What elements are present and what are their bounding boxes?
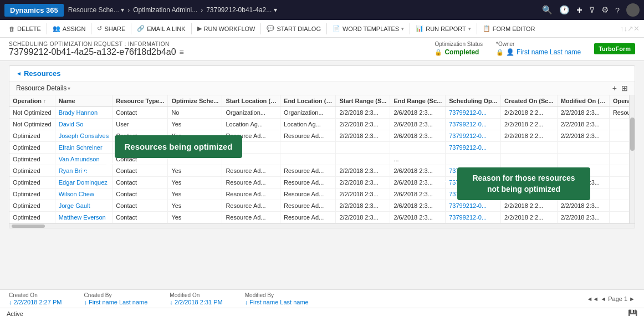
col-start-range[interactable]: Start Range (S... <box>336 95 390 107</box>
col-resource-type[interactable]: Resource Type... <box>113 95 168 107</box>
breadcrumb-item-1[interactable]: Resource Sche... ▾ <box>68 6 124 14</box>
nav-expand-arrow[interactable]: ↗ <box>627 24 633 33</box>
table-cell[interactable]: Edgar Dominquez <box>55 177 113 188</box>
start-dialog-button[interactable]: 💬 START DIALOG <box>262 23 325 34</box>
email-link-button[interactable]: 🔗 EMAIL A LINK <box>132 23 190 34</box>
table-cell: Contact <box>113 200 168 212</box>
col-scheduling-op[interactable]: Scheduling Op... <box>446 95 501 107</box>
table-cell[interactable]: 73799212-0... <box>446 119 501 130</box>
cell-link[interactable]: Wilson Chew <box>59 191 94 197</box>
save-icon[interactable]: 💾 <box>628 309 637 316</box>
nav-close-arrow[interactable]: ✕ <box>633 24 640 33</box>
resources-section-title: ◄ Resources <box>9 66 635 81</box>
cell-link[interactable]: Brady Hannon <box>59 109 98 116</box>
footer-created-by-value[interactable]: ↓ First name Last name <box>84 299 147 305</box>
table-row: OptimizedJoseph GonsalvesContactYesResou… <box>9 130 635 142</box>
table-cell[interactable]: 73799212-0... <box>446 200 501 212</box>
cell-link[interactable]: 73799212-0... <box>449 202 487 209</box>
user-avatar[interactable] <box>626 3 640 17</box>
brand-logo[interactable]: Dynamics 365 <box>4 4 64 17</box>
turboform-button[interactable]: TurboForm <box>594 43 635 54</box>
cell-link[interactable]: 73799212-0... <box>449 214 487 221</box>
cell-link[interactable]: Efrain Schreiner <box>59 144 103 151</box>
assign-button[interactable]: 👥 ASSIGN <box>48 23 90 34</box>
section-collapse-arrow[interactable]: ◄ <box>16 70 22 77</box>
workflow-icon: ▶ <box>197 25 202 32</box>
share-button[interactable]: ↺ SHARE <box>93 23 130 34</box>
table-wrapper[interactable]: Operation ↑ Name Resource Type... Optimi… <box>9 95 635 223</box>
col-end-location[interactable]: End Location (… <box>280 95 336 107</box>
cell-link[interactable]: Joseph Gonsalves <box>59 132 109 139</box>
grid-view-button[interactable]: ⊞ <box>621 84 628 93</box>
add-record-button[interactable]: + <box>612 84 617 93</box>
owner-lock-icon: 🔒 <box>496 49 504 56</box>
main-content: ◄ Resources Resource Details ▾ + ⊞ Ope <box>0 61 644 289</box>
help-icon[interactable]: ? <box>615 6 620 15</box>
table-cell[interactable]: Jorge Gault <box>55 200 113 212</box>
table-cell: Resource Ad... <box>280 212 336 223</box>
table-cell[interactable]: Wilson Chew <box>55 188 113 200</box>
top-navigation: Dynamics 365 Resource Sche... ▾ › Optimi… <box>0 0 644 20</box>
vertical-scrollbar[interactable] <box>629 95 635 223</box>
col-optimize[interactable]: Optimize Sche... <box>168 95 222 107</box>
table-cell: 2/2/2018 2:3... <box>336 130 390 142</box>
delete-icon: 🗑 <box>9 26 15 32</box>
record-id: 73799212-0b41-4a25-a132-e76f18d2b4a0 ≡ <box>9 47 184 57</box>
col-operation[interactable]: Operation ↑ <box>9 95 55 107</box>
table-cell: Optimized <box>9 212 55 223</box>
col-created-on[interactable]: Created On (Sc... <box>501 95 558 107</box>
table-cell[interactable]: 73799212-0... <box>446 130 501 142</box>
cell-link[interactable]: Jorge Gault <box>59 202 90 209</box>
dialog-icon: 💬 <box>267 25 274 32</box>
record-id-icon[interactable]: ≡ <box>180 48 184 57</box>
owner-link[interactable]: First name Last name <box>517 48 581 56</box>
table-cell[interactable]: 73799212-0... <box>446 142 501 154</box>
email-icon: 🔗 <box>137 25 145 32</box>
cell-link[interactable]: 73799212-0... <box>449 132 487 139</box>
table-cell: 2/2/2018 2:2... <box>501 130 558 142</box>
table-cell[interactable]: Joseph Gonsalves <box>55 130 113 142</box>
resource-details-dropdown[interactable]: Resource Details ▾ <box>16 84 70 92</box>
h-scrollbar-thumb[interactable] <box>12 225 45 228</box>
cell-link[interactable]: 73799212-0... <box>449 144 487 151</box>
breadcrumb-item-2[interactable]: Optimization Admini... <box>133 6 197 14</box>
table-cell: 2/2/2018 2:3... <box>557 130 609 142</box>
table-row: Not OptimizedDavid SoUserYesLocation Ag.… <box>9 119 635 130</box>
horizontal-scrollbar[interactable] <box>9 223 635 228</box>
run-report-button[interactable]: 📊 RUN REPORT ▾ <box>411 23 476 34</box>
table-cell[interactable]: Brady Hannon <box>55 107 113 119</box>
command-bar: 🗑 DELETE 👥 ASSIGN ↺ SHARE 🔗 EMAIL A LINK… <box>0 20 644 38</box>
col-end-range[interactable]: End Range (Sc... <box>390 95 446 107</box>
breadcrumb-item-3[interactable]: 73799212-0b41-4a2... ▾ <box>206 6 277 14</box>
table-cell[interactable] <box>446 154 501 165</box>
table-cell[interactable]: 73799212-0... <box>446 107 501 119</box>
col-start-location[interactable]: Start Location (… <box>222 95 280 107</box>
cell-link[interactable]: 73799212-0... <box>449 121 487 128</box>
run-workflow-button[interactable]: ▶ RUN WORKFLOW <box>193 23 260 34</box>
word-templates-button[interactable]: 📄 WORD TEMPLATES ▾ <box>328 23 408 34</box>
table-cell[interactable]: Matthew Everson <box>55 212 113 223</box>
table-cell: 2/2/2018 2:2... <box>501 212 558 223</box>
assign-icon: 👥 <box>53 25 60 32</box>
cell-link[interactable]: Edgar Dominquez <box>59 179 108 186</box>
table-cell: 2/2/2018 2:3... <box>336 119 390 130</box>
filter-icon[interactable]: ⊽ <box>589 6 595 14</box>
cell-link[interactable]: David So <box>59 121 84 128</box>
cell-link[interactable]: 73799212-0... <box>449 109 487 116</box>
delete-button[interactable]: 🗑 DELETE <box>4 23 45 34</box>
table-cell <box>280 154 336 165</box>
table-cell[interactable]: 73799212-0... <box>446 212 501 223</box>
table-cell: 2/6/2018 2:3... <box>390 107 446 119</box>
scrollbar-thumb[interactable] <box>630 118 635 151</box>
table-cell[interactable]: David So <box>55 119 113 130</box>
cell-link[interactable]: Matthew Everson <box>59 214 106 221</box>
add-icon[interactable]: + <box>576 4 582 16</box>
col-modified-on[interactable]: Modified On (… <box>557 95 609 107</box>
table-cell: User <box>113 119 168 130</box>
search-icon[interactable]: 🔍 <box>542 5 553 15</box>
settings-icon[interactable]: ⚙ <box>601 5 609 15</box>
form-editor-button[interactable]: 📋 FORM EDITOR <box>478 23 540 34</box>
footer-modified-by-value[interactable]: ↓ First name Last name <box>245 299 309 305</box>
history-icon[interactable]: 🕐 <box>559 5 570 15</box>
col-name[interactable]: Name <box>55 95 113 107</box>
